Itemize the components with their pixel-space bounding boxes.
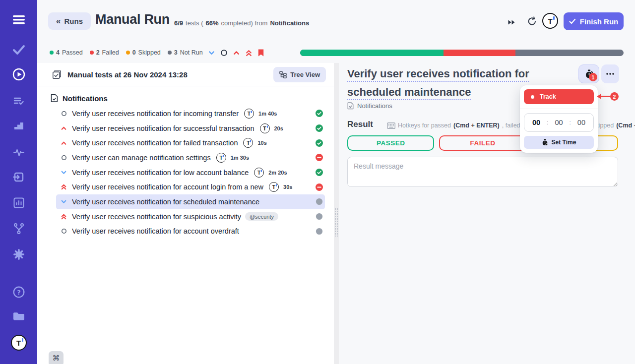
tree-view-label: Tree View (290, 71, 320, 78)
test-row[interactable]: Verify user receives notification for sc… (56, 194, 325, 209)
seconds-value[interactable]: 00 (577, 119, 585, 126)
progress-failed-segment (444, 50, 515, 56)
set-time-button[interactable]: Set Time (524, 136, 594, 149)
status-notrun-icon (316, 198, 323, 205)
status-summary: 4Passed 2Failed 0Skipped 3Not Run (50, 49, 203, 56)
page-title: Manual Run (95, 12, 170, 27)
test-list-panel: Manual tests at 26 Nov 2024 13:28 Tree V… (37, 63, 334, 364)
panel-resize-divider[interactable] (334, 63, 339, 364)
chevron-up-icon[interactable] (233, 49, 240, 57)
set-time-label: Set Time (552, 139, 576, 146)
test-duration: 10s (257, 140, 266, 146)
run-header-row: Manual tests at 26 Nov 2024 13:28 Tree V… (37, 63, 334, 86)
failed-button[interactable]: FAILED (439, 135, 526, 151)
time-tracking-popup: Track 00 : 00 : 00 Set Time (520, 85, 598, 153)
menu-icon[interactable] (0, 14, 37, 27)
priority-high-icon (61, 125, 67, 131)
test-title: Verify user receives notification for ac… (72, 227, 239, 235)
priority-normal-icon (61, 111, 67, 117)
double-chevron-left-icon: « (56, 16, 61, 26)
test-row[interactable]: Verify user receives notification for ac… (56, 224, 325, 239)
tree-view-icon (279, 71, 287, 78)
suite-folder-label: Notifications (63, 94, 108, 103)
test-row[interactable]: Verify user receives notification for fa… (56, 135, 325, 150)
test-duration: 1m 40s (258, 111, 277, 117)
popup-divider (520, 109, 598, 109)
check-icon (569, 18, 576, 24)
bookmark-icon[interactable] (257, 49, 264, 57)
result-message-input[interactable] (347, 157, 618, 187)
page-check-icon (51, 94, 58, 103)
skipped-dot-icon (126, 51, 130, 55)
source-suite: Notifications (270, 19, 309, 27)
test-row[interactable]: Verify user receives notification for ac… (56, 180, 325, 194)
status-failed-icon (316, 183, 323, 191)
test-duration: 20s (274, 125, 283, 131)
status-passed-icon (316, 169, 323, 176)
test-duration: 30s (283, 184, 292, 190)
command-key-button[interactable]: ⌘ (49, 351, 64, 364)
logo-icon[interactable]: T (0, 335, 37, 351)
hours-value[interactable]: 00 (532, 119, 540, 126)
back-to-runs-label: Runs (64, 17, 83, 25)
breadcrumb[interactable]: Notifications (347, 102, 392, 110)
more-options-button[interactable] (601, 64, 619, 83)
testomat-logo-icon: T (216, 153, 226, 163)
test-tag: @security (245, 212, 278, 221)
help-icon[interactable]: ? (0, 286, 37, 301)
test-list: Verify user receives notification for in… (37, 106, 334, 239)
test-title: Verify user can manage notification sett… (72, 154, 211, 162)
steps-icon[interactable] (0, 121, 37, 133)
drag-grip-icon (334, 208, 338, 237)
minutes-value[interactable]: 00 (555, 119, 563, 126)
keyboard-icon (387, 122, 395, 129)
testomat-logo-icon: T (244, 109, 254, 119)
fast-forward-icon[interactable] (508, 18, 515, 27)
progress-passed-segment (300, 50, 444, 56)
hotkeys-hint: Hotkeys for passed(Cmd + ENTER) , failed… (387, 122, 635, 129)
time-input[interactable]: 00 : 00 : 00 (524, 113, 594, 132)
track-label: Track (540, 93, 556, 100)
double-chevron-up-icon[interactable] (245, 49, 253, 57)
test-row[interactable]: Verify user receives notification for su… (56, 209, 325, 224)
page-check-icon (347, 102, 354, 110)
test-row[interactable]: Verify user receives notification for lo… (56, 165, 325, 180)
bar-chart-icon[interactable] (0, 197, 37, 210)
tests-count: 6/9 (174, 19, 183, 27)
test-title: Verify user receives notification for ac… (72, 183, 263, 191)
page-header: « Runs Manual Run 6/9 tests ( 66% comple… (37, 0, 635, 63)
percent-completed: 66% (205, 19, 218, 27)
testomat-logo-icon: T (260, 123, 270, 133)
test-duration: 2m 20s (268, 170, 287, 176)
import-icon[interactable] (0, 171, 37, 185)
branch-icon[interactable] (0, 223, 37, 237)
back-to-runs-button[interactable]: « Runs (48, 12, 91, 30)
test-row[interactable]: Verify user can manage notification sett… (56, 150, 325, 165)
checklist-icon (52, 70, 62, 79)
tree-view-button[interactable]: Tree View (273, 67, 326, 82)
suite-folder-row[interactable]: Notifications (37, 86, 334, 106)
track-button[interactable]: Track (524, 89, 594, 104)
status-notrun-icon (316, 228, 323, 235)
folder-icon[interactable] (0, 311, 37, 323)
gear-icon[interactable] (0, 248, 37, 263)
priority-highest-icon (61, 183, 67, 190)
priority-high-icon (61, 140, 67, 146)
pulse-icon[interactable] (0, 147, 37, 159)
run-progress-bar (300, 50, 624, 56)
test-title: Verify user receives notification for lo… (72, 169, 249, 177)
chevron-down-icon[interactable] (208, 49, 215, 57)
test-row[interactable]: Verify user receives notification for su… (56, 121, 325, 136)
passed-button[interactable]: PASSED (347, 135, 434, 151)
check-icon[interactable] (0, 44, 37, 57)
testomat-logo-icon[interactable]: T (542, 13, 558, 29)
list-check-icon[interactable] (0, 96, 37, 109)
priority-normal-icon (61, 228, 67, 234)
svg-text:?: ? (17, 289, 21, 296)
finish-run-button[interactable]: Finish Run (564, 12, 624, 30)
result-heading: Result (347, 120, 373, 129)
play-circle-icon[interactable] (0, 67, 37, 83)
restart-timer-icon[interactable] (527, 16, 537, 28)
circle-outline-icon[interactable] (220, 49, 228, 57)
test-row[interactable]: Verify user receives notification for in… (56, 106, 325, 121)
